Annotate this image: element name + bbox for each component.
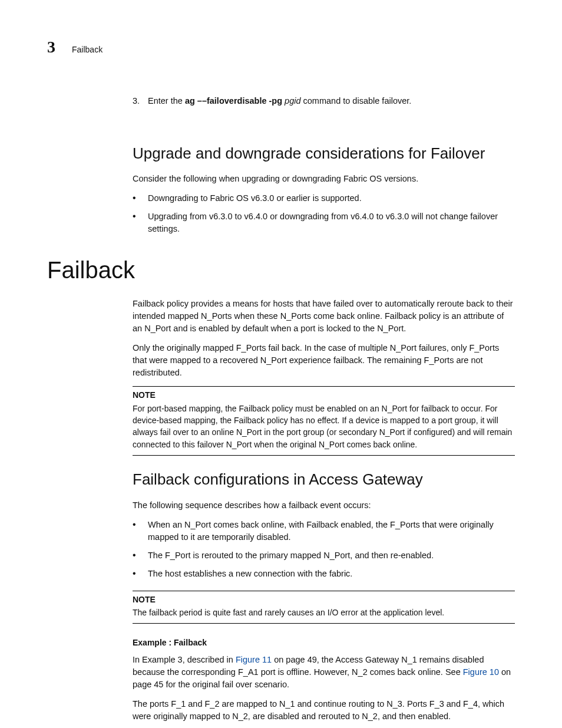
note-box: NOTE For port-based mapping, the Failbac…	[133, 386, 515, 455]
note-label: NOTE	[133, 594, 515, 605]
bullet-list: •Downgrading to Fabric OS v6.3.0 or earl…	[133, 192, 515, 235]
bullet-icon: •	[133, 568, 140, 580]
note-body: The failback period is quite fast and ra…	[133, 607, 515, 618]
step-text: Enter the ag ––failoverdisable -pg pgid …	[148, 95, 411, 107]
note-box: NOTE The failback period is quite fast a…	[133, 591, 515, 624]
heading-failback-config: Failback configurations in Access Gatewa…	[133, 469, 515, 491]
step-list: 3. Enter the ag ––failoverdisable -pg pg…	[133, 95, 515, 107]
body-text: The ports F_1 and F_2 are mapped to N_1 …	[133, 698, 515, 723]
body-text: Consider the following when upgrading or…	[133, 173, 515, 185]
body-text: In Example 3, described in Figure 11 on …	[133, 654, 515, 691]
link-figure-11[interactable]: Figure 11	[236, 655, 272, 664]
breadcrumb: Failback	[72, 44, 103, 55]
bullet-icon: •	[133, 519, 140, 543]
chapter-number: 3	[47, 35, 55, 60]
bullet-icon: •	[133, 549, 140, 562]
list-item: •The host establishes a new connection w…	[133, 568, 515, 580]
bullet-icon: •	[133, 210, 140, 235]
note-label: NOTE	[133, 389, 515, 401]
list-item: •The F_Port is rerouted to the primary m…	[133, 549, 515, 562]
page-header: 3 Failback	[47, 35, 515, 60]
bullet-icon: •	[133, 192, 140, 205]
step-number: 3.	[133, 95, 143, 107]
list-item: •When an N_Port comes back online, with …	[133, 519, 515, 543]
body-text: Failback policy provides a means for hos…	[133, 298, 515, 335]
body-text: The following sequence describes how a f…	[133, 499, 515, 512]
list-item: •Downgrading to Fabric OS v6.3.0 or earl…	[133, 192, 515, 205]
example-heading: Example : Failback	[133, 637, 515, 648]
bullet-list: •When an N_Port comes back online, with …	[133, 519, 515, 580]
body-text: Only the originally mapped F_Ports fail …	[133, 342, 515, 379]
note-body: For port-based mapping, the Failback pol…	[133, 403, 515, 450]
heading-upgrade: Upgrade and downgrade considerations for…	[133, 143, 515, 165]
list-item: •Upgrading from v6.3.0 to v6.4.0 or down…	[133, 210, 515, 235]
link-figure-10[interactable]: Figure 10	[463, 667, 499, 677]
heading-failback: Failback	[47, 253, 515, 287]
step-item: 3. Enter the ag ––failoverdisable -pg pg…	[133, 95, 515, 107]
